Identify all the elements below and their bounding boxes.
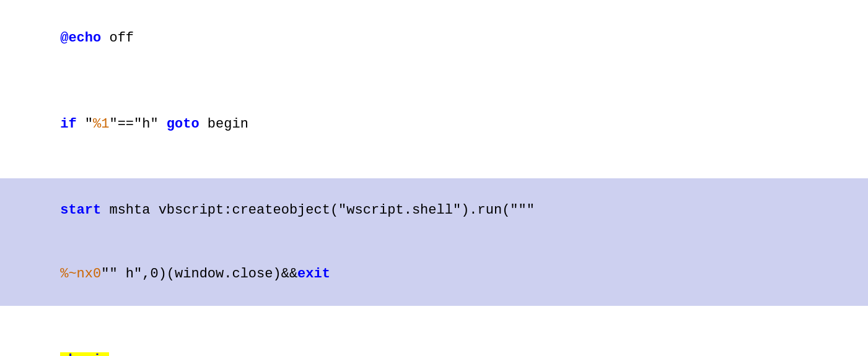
keyword-echo: @echo bbox=[60, 30, 101, 46]
keyword-goto: goto bbox=[167, 116, 199, 132]
empty-line-2 bbox=[0, 156, 868, 178]
keyword-if: if bbox=[60, 116, 76, 132]
empty-line-3 bbox=[0, 306, 868, 328]
code-line-echo: @echo off bbox=[0, 6, 868, 70]
line-content: @echo off bbox=[5, 7, 868, 69]
text-percent1: %1 bbox=[93, 116, 109, 132]
line-content-4: :begin bbox=[5, 329, 868, 356]
text-nx0: %~nx0 bbox=[60, 266, 101, 282]
code-line-start-cont: %~nx0"" h",0)(window.close)&&exit bbox=[0, 242, 868, 306]
line-content-3b: %~nx0"" h",0)(window.close)&&exit bbox=[5, 243, 868, 305]
code-line-start: start mshta vbscript:createobject("wscri… bbox=[0, 178, 868, 242]
text-begin-ref: begin bbox=[199, 116, 248, 132]
label-begin: :begin bbox=[60, 352, 109, 356]
text-off: off bbox=[101, 30, 134, 46]
text-cond: "=="h" bbox=[109, 116, 166, 132]
text-quote1: " bbox=[77, 116, 93, 132]
code-line-begin-label: :begin bbox=[0, 328, 868, 356]
text-run-cont: "" h",0)(window.close)&& bbox=[101, 266, 297, 282]
text-mshta: mshta vbscript:createobject("wscript.she… bbox=[101, 202, 535, 218]
empty-line-1 bbox=[0, 70, 868, 92]
code-line-if: if "%1"=="h" goto begin bbox=[0, 92, 868, 156]
code-viewer[interactable]: @echo off if "%1"=="h" goto begin start … bbox=[0, 0, 868, 356]
line-content-3: start mshta vbscript:createobject("wscri… bbox=[5, 180, 868, 241]
keyword-start: start bbox=[60, 202, 101, 218]
keyword-exit: exit bbox=[297, 266, 330, 282]
line-content-2: if "%1"=="h" goto begin bbox=[5, 93, 868, 155]
